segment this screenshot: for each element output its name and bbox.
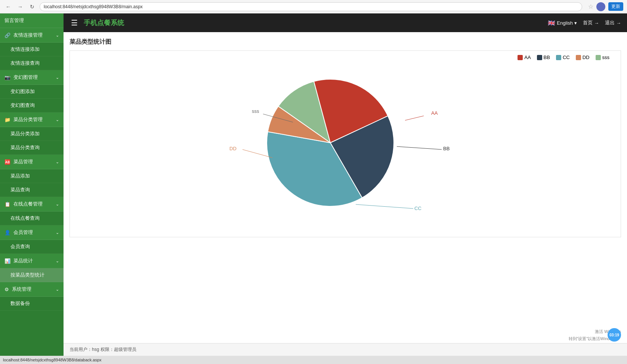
user-avatar bbox=[596, 2, 605, 11]
pie-label-bb: BB bbox=[443, 146, 450, 151]
link-icon: 🔗 bbox=[4, 33, 10, 38]
order-icon: 📋 bbox=[4, 201, 10, 207]
logout-arrow-icon: → bbox=[616, 20, 621, 26]
sidebar-item-friendly-link-query[interactable]: 友情连接查询 bbox=[0, 56, 64, 70]
sidebar-item-banner-add[interactable]: 变幻图添加 bbox=[0, 85, 64, 99]
chevron-icon: ⌄ bbox=[56, 287, 59, 292]
chevron-icon: ⌄ bbox=[56, 117, 59, 122]
refresh-button[interactable]: ↻ bbox=[28, 2, 37, 11]
legend-color-sss bbox=[596, 55, 601, 60]
svg-line-2 bbox=[356, 204, 413, 209]
stats-icon: 📊 bbox=[4, 258, 10, 264]
sidebar-section-stats[interactable]: 📊 菜品统计 ⌄ bbox=[0, 254, 64, 268]
chevron-icon: ⌄ bbox=[56, 75, 59, 80]
forward-button[interactable]: → bbox=[16, 2, 25, 11]
clock: 03:19 bbox=[608, 328, 621, 342]
footer: 当前用户：hsg 权限：超级管理员 bbox=[64, 343, 627, 356]
home-arrow-icon: → bbox=[594, 20, 599, 26]
legend-color-dd bbox=[576, 55, 581, 60]
legend-item-cc: CC bbox=[556, 55, 570, 60]
back-button[interactable]: ← bbox=[4, 2, 13, 11]
pie-chart-wrapper: AA BB CC DD sss bbox=[76, 57, 615, 229]
flag-icon: 🇬🇧 bbox=[548, 19, 555, 27]
image-icon: 📷 bbox=[4, 75, 10, 80]
legend-label-dd: DD bbox=[583, 55, 590, 60]
pie-label-sss: sss bbox=[252, 108, 259, 114]
sidebar-top-item-message[interactable]: 留言管理 bbox=[0, 13, 64, 28]
sidebar-section-dish[interactable]: 🆎 菜品管理 ⌄ bbox=[0, 155, 64, 169]
browser-bar: ← → ↻ localhost:8448/netsjdcxthsg8948W3B… bbox=[0, 0, 627, 13]
sidebar-item-friendly-link-add[interactable]: 友情连接添加 bbox=[0, 43, 64, 56]
update-button[interactable]: 更新 bbox=[608, 2, 623, 11]
chevron-icon: ⌄ bbox=[56, 230, 59, 235]
sidebar-item-banner-query[interactable]: 变幻图查询 bbox=[0, 99, 64, 112]
chevron-icon: ⌄ bbox=[56, 33, 59, 38]
content-area: 菜品类型统计图 AA BB CC bbox=[64, 32, 627, 343]
sidebar-item-dish-cat-add[interactable]: 菜品分类添加 bbox=[0, 127, 64, 141]
chart-title: 菜品类型统计图 bbox=[70, 38, 621, 46]
sidebar-item-dish-add[interactable]: 菜品添加 bbox=[0, 169, 64, 183]
legend-color-aa bbox=[518, 55, 523, 60]
sidebar-item-member-query[interactable]: 会员查询 bbox=[0, 240, 64, 254]
footer-text: 当前用户：hsg 权限：超级管理员 bbox=[70, 346, 136, 353]
language-button[interactable]: 🇬🇧 English ▾ bbox=[548, 19, 577, 27]
bookmark-icon[interactable]: ☆ bbox=[588, 3, 593, 10]
address-text: localhost:8448/netsjdcxthsg8948W3B8/main… bbox=[44, 4, 143, 9]
home-button[interactable]: 首页 → bbox=[583, 19, 599, 26]
legend-label-sss: sss bbox=[602, 55, 610, 60]
legend-item-aa: AA bbox=[518, 55, 531, 60]
language-label: English bbox=[557, 20, 573, 26]
status-bar: localhost:8448/netsjdcxthsg8948W3B8/data… bbox=[0, 356, 627, 364]
sidebar: 留言管理 🔗 友情连接管理 ⌄ 友情连接添加 友情连接查询 📷 变幻图管理 ⌄ … bbox=[0, 13, 64, 356]
top-header: ☰ 手机点餐系统 🇬🇧 English ▾ 首页 → 退出 → bbox=[64, 13, 627, 32]
chevron-icon: ⌄ bbox=[56, 160, 59, 164]
sidebar-section-system[interactable]: ⚙ 系统管理 ⌄ bbox=[0, 282, 64, 297]
svg-line-0 bbox=[405, 116, 424, 120]
sidebar-item-backup[interactable]: 数据备份 bbox=[0, 297, 64, 311]
svg-line-1 bbox=[397, 146, 442, 149]
legend-label-cc: CC bbox=[563, 55, 570, 60]
sidebar-item-order-query[interactable]: 在线点餐查询 bbox=[0, 212, 64, 225]
legend-color-cc bbox=[556, 55, 561, 60]
app-title: 手机点餐系统 bbox=[84, 18, 543, 27]
chevron-icon: ⌄ bbox=[56, 202, 59, 207]
legend-item-bb: BB bbox=[537, 55, 550, 60]
address-bar[interactable]: localhost:8448/netsjdcxthsg8948W3B8/main… bbox=[40, 2, 582, 11]
pie-chart-svg: AA BB CC DD sss bbox=[214, 64, 476, 221]
legend-label-aa: AA bbox=[524, 55, 531, 60]
sidebar-section-order[interactable]: 📋 在线点餐管理 ⌄ bbox=[0, 197, 64, 212]
sidebar-item-dish-query[interactable]: 菜品查询 bbox=[0, 183, 64, 197]
pie-label-dd: DD bbox=[229, 146, 237, 151]
legend-item-sss: sss bbox=[596, 55, 610, 60]
chart-legend: AA BB CC DD bbox=[518, 55, 609, 60]
hamburger-button[interactable]: ☰ bbox=[70, 17, 79, 29]
sidebar-item-dish-type-stats[interactable]: 按菜品类型统计 bbox=[0, 268, 64, 282]
sidebar-section-friendly-links[interactable]: 🔗 友情连接管理 ⌄ bbox=[0, 28, 64, 43]
dish-icon: 🆎 bbox=[4, 159, 10, 165]
system-icon: ⚙ bbox=[4, 287, 9, 292]
chart-container: AA BB CC DD bbox=[70, 50, 621, 237]
logout-button[interactable]: 退出 → bbox=[605, 19, 621, 26]
member-icon: 👤 bbox=[4, 230, 10, 235]
sidebar-item-dish-cat-query[interactable]: 菜品分类查询 bbox=[0, 141, 64, 155]
legend-item-dd: DD bbox=[576, 55, 590, 60]
sidebar-section-member[interactable]: 👤 会员管理 ⌄ bbox=[0, 225, 64, 240]
pie-label-cc: CC bbox=[414, 206, 421, 211]
sidebar-section-banner[interactable]: 📷 变幻图管理 ⌄ bbox=[0, 70, 64, 85]
folder-icon: 📁 bbox=[4, 117, 10, 123]
main-content: 菜品类型统计图 AA BB CC bbox=[64, 32, 627, 356]
pie-label-aa: AA bbox=[431, 110, 438, 116]
status-url: localhost:8448/netsjdcxthsg8948W3B8/data… bbox=[3, 358, 102, 362]
sidebar-section-dish-category[interactable]: 📁 菜品分类管理 ⌄ bbox=[0, 112, 64, 127]
legend-color-bb bbox=[537, 55, 542, 60]
legend-label-bb: BB bbox=[544, 55, 550, 60]
lang-chevron-icon: ▾ bbox=[574, 20, 577, 26]
header-right: 🇬🇧 English ▾ 首页 → 退出 → bbox=[548, 19, 621, 27]
chevron-icon: ⌄ bbox=[56, 259, 59, 263]
